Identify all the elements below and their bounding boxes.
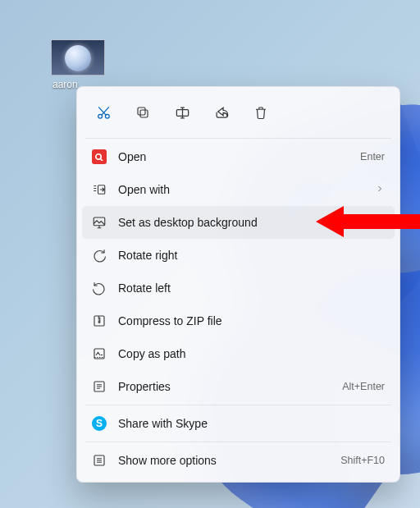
open-label: Open (118, 150, 349, 163)
properties-label: Properties (118, 380, 331, 393)
show-more-options-label: Show more options (118, 454, 329, 467)
svg-point-5 (96, 154, 101, 159)
copy-path-icon (92, 346, 107, 361)
show-more-options-accel: Shift+F10 (340, 455, 385, 466)
context-menu: Open Enter Open with Set as desktop back… (76, 86, 400, 483)
set-desktop-background-label: Set as desktop background (118, 216, 385, 229)
copy-as-path-label: Copy as path (118, 347, 385, 360)
rotate-left-item[interactable]: Rotate left (82, 272, 395, 304)
share-skype-label: Share with Skype (118, 417, 385, 430)
properties-icon (92, 379, 107, 394)
copy-icon (135, 105, 150, 120)
open-with-item[interactable]: Open with (82, 173, 395, 206)
rotate-right-icon (92, 248, 107, 263)
svg-rect-3 (138, 108, 145, 115)
open-icon (92, 149, 107, 164)
share-icon (214, 105, 230, 121)
compress-zip-item[interactable]: Compress to ZIP file (82, 304, 395, 337)
set-desktop-background-item[interactable]: Set as desktop background (82, 206, 395, 239)
open-with-icon (92, 182, 107, 197)
cut-button[interactable] (87, 97, 120, 128)
share-skype-item[interactable]: S Share with Skype (82, 407, 395, 440)
quick-actions-row (82, 92, 395, 136)
rotate-left-icon (92, 281, 107, 295)
delete-icon (253, 105, 268, 120)
open-item[interactable]: Open Enter (82, 140, 395, 173)
rotate-right-item[interactable]: Rotate right (82, 239, 395, 272)
rename-icon (175, 105, 190, 121)
share-button[interactable] (205, 97, 238, 128)
svg-point-0 (98, 114, 102, 118)
divider (85, 138, 391, 139)
divider (85, 442, 391, 442)
copy-button[interactable] (126, 97, 159, 128)
desktop-background-icon (92, 215, 107, 230)
svg-point-1 (105, 114, 109, 118)
open-with-label: Open with (118, 183, 363, 196)
compress-zip-label: Compress to ZIP file (118, 314, 385, 327)
more-options-icon (92, 453, 107, 468)
rotate-left-label: Rotate left (118, 281, 385, 295)
svg-rect-2 (140, 110, 148, 117)
properties-accel: Alt+Enter (342, 381, 385, 392)
copy-as-path-item[interactable]: Copy as path (82, 337, 395, 370)
skype-icon: S (92, 416, 107, 431)
desktop-file[interactable]: aaron (51, 39, 105, 90)
zip-icon (92, 313, 107, 328)
cut-icon (96, 105, 112, 121)
chevron-right-icon (375, 183, 385, 196)
rename-button[interactable] (166, 97, 199, 128)
file-thumbnail (51, 39, 105, 76)
properties-item[interactable]: Properties Alt+Enter (82, 370, 395, 403)
delete-button[interactable] (244, 97, 277, 128)
show-more-options-item[interactable]: Show more options Shift+F10 (82, 444, 395, 477)
open-accel: Enter (360, 151, 385, 162)
rotate-right-label: Rotate right (118, 249, 385, 262)
divider (85, 405, 391, 405)
